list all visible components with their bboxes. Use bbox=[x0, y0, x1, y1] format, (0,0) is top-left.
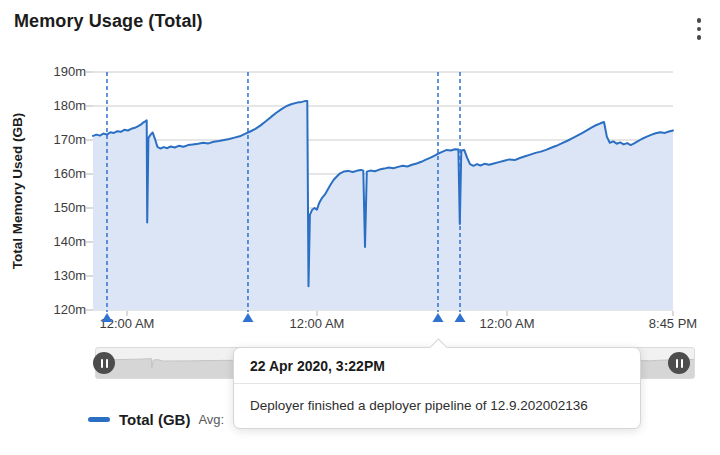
annotation-marker-icon[interactable] bbox=[242, 313, 253, 322]
legend-label: Total (GB) bbox=[119, 411, 190, 428]
legend-item-total[interactable]: Total (GB) Avg: bbox=[88, 411, 224, 428]
annotation-tooltip: 22 Apr 2020, 3:22PM Deployer finished a … bbox=[233, 347, 641, 429]
annotation-marker-icon[interactable] bbox=[101, 313, 112, 322]
legend-swatch bbox=[88, 417, 110, 422]
annotation-marker-icon[interactable] bbox=[432, 313, 443, 322]
pause-bar bbox=[676, 359, 678, 368]
legend-avg-label: Avg: bbox=[198, 412, 224, 427]
pause-bar bbox=[101, 359, 103, 368]
annotation-marker-icon[interactable] bbox=[455, 313, 466, 322]
memory-usage-chart[interactable] bbox=[0, 0, 720, 340]
pause-bar bbox=[681, 359, 683, 368]
tooltip-message: Deployer finished a deployer pipeline of… bbox=[234, 384, 640, 428]
slider-left-handle-icon[interactable] bbox=[93, 352, 115, 374]
memory-usage-panel: Memory Usage (Total) Total Memory Used (… bbox=[0, 0, 720, 455]
slider-right-handle-icon[interactable] bbox=[668, 352, 690, 374]
pause-bar bbox=[106, 359, 108, 368]
series-area bbox=[93, 101, 673, 310]
